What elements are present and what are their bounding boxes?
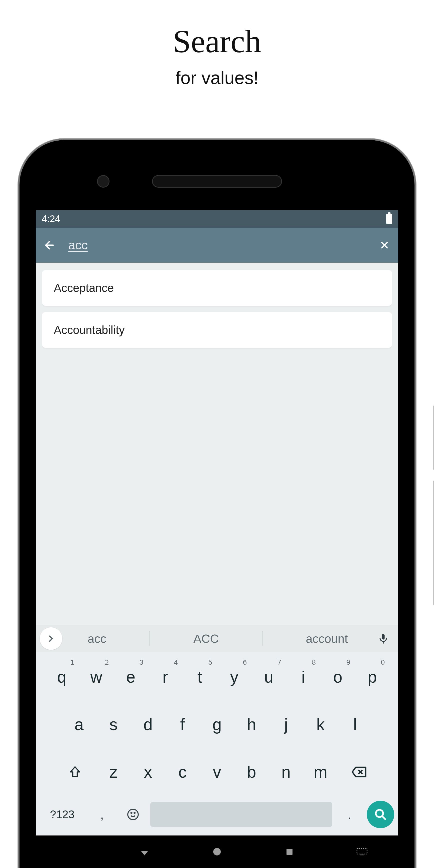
- nav-keyboard-switch-button[interactable]: [352, 842, 372, 862]
- key-c[interactable]: c: [167, 752, 199, 792]
- search-input[interactable]: acc: [68, 238, 366, 252]
- key-superscript: 8: [312, 658, 316, 666]
- android-nav-bar: [36, 835, 398, 868]
- status-bar: 4:24: [36, 210, 398, 228]
- key-i[interactable]: 8i: [287, 657, 319, 697]
- result-item[interactable]: Acceptance: [42, 270, 392, 306]
- backspace-key[interactable]: [339, 752, 379, 792]
- comma-key[interactable]: ,: [88, 800, 116, 830]
- key-j[interactable]: j: [270, 704, 302, 744]
- clear-search-button[interactable]: [376, 237, 393, 254]
- key-u[interactable]: 7u: [253, 657, 285, 697]
- search-query-text: acc: [68, 238, 88, 252]
- phone-frame: 4:24 acc AcceptanceAccountability accACC…: [20, 140, 414, 868]
- key-y[interactable]: 6y: [218, 657, 250, 697]
- key-superscript: 5: [208, 658, 212, 666]
- suggestion-item[interactable]: account: [298, 632, 355, 646]
- clock-label: 4:24: [42, 214, 60, 224]
- key-superscript: 6: [243, 658, 247, 666]
- keyboard-mode-button[interactable]: ?123: [40, 800, 85, 830]
- key-o[interactable]: 9o: [322, 657, 354, 697]
- key-e[interactable]: 3e: [115, 657, 147, 697]
- key-f[interactable]: f: [167, 704, 199, 744]
- search-key[interactable]: [367, 801, 394, 828]
- key-b[interactable]: b: [235, 752, 267, 792]
- nav-home-button[interactable]: [207, 842, 227, 862]
- battery-icon: [386, 214, 392, 224]
- key-superscript: 0: [381, 658, 385, 666]
- key-k[interactable]: k: [304, 704, 336, 744]
- key-x[interactable]: x: [132, 752, 164, 792]
- key-z[interactable]: z: [98, 752, 130, 792]
- key-l[interactable]: l: [339, 704, 371, 744]
- key-superscript: 4: [174, 658, 178, 666]
- key-superscript: 2: [105, 658, 109, 666]
- promo-title: Search: [0, 23, 434, 60]
- expand-suggestions-button[interactable]: [40, 627, 62, 650]
- screen: 4:24 acc AcceptanceAccountability accACC…: [36, 210, 398, 868]
- suggestion-item[interactable]: acc: [80, 632, 114, 646]
- key-p[interactable]: 0p: [356, 657, 388, 697]
- emoji-key[interactable]: [119, 800, 147, 830]
- svg-rect-12: [287, 849, 293, 855]
- key-d[interactable]: d: [132, 704, 164, 744]
- key-h[interactable]: h: [235, 704, 267, 744]
- suggestion-item[interactable]: ACC: [186, 632, 226, 646]
- key-superscript: 1: [70, 658, 74, 666]
- suggestion-separator: [149, 631, 150, 646]
- svg-point-8: [134, 812, 135, 813]
- space-key[interactable]: [150, 802, 332, 827]
- keyboard-suggestion-row: accACCaccount: [36, 625, 398, 652]
- svg-rect-13: [357, 848, 367, 854]
- back-button[interactable]: [41, 237, 58, 254]
- key-a[interactable]: a: [63, 704, 95, 744]
- key-t[interactable]: 5t: [184, 657, 216, 697]
- results-list: AcceptanceAccountability: [36, 262, 398, 625]
- key-w[interactable]: 2w: [80, 657, 112, 697]
- speaker-grill: [152, 175, 282, 188]
- key-superscript: 3: [139, 658, 143, 666]
- search-app-bar: acc: [36, 228, 398, 262]
- result-item[interactable]: Accountability: [42, 312, 392, 348]
- keyboard: 1q2w3e4r5t6y7u8i9o0p asdfghjkl zxcvbnm ?…: [36, 652, 398, 835]
- key-n[interactable]: n: [270, 752, 302, 792]
- nav-back-button[interactable]: [134, 842, 155, 862]
- key-superscript: 9: [346, 658, 350, 666]
- key-v[interactable]: v: [201, 752, 233, 792]
- period-key[interactable]: .: [336, 800, 363, 830]
- nav-recent-button[interactable]: [279, 842, 300, 862]
- key-g[interactable]: g: [201, 704, 233, 744]
- key-m[interactable]: m: [304, 752, 336, 792]
- suggestion-separator: [262, 631, 263, 646]
- svg-line-10: [382, 816, 385, 819]
- svg-point-7: [131, 812, 132, 813]
- key-q[interactable]: 1q: [46, 657, 78, 697]
- mic-button[interactable]: [373, 633, 393, 644]
- shift-key[interactable]: [55, 752, 95, 792]
- key-s[interactable]: s: [98, 704, 130, 744]
- key-r[interactable]: 4r: [149, 657, 181, 697]
- camera-icon: [97, 175, 109, 188]
- svg-point-11: [213, 848, 221, 856]
- promo-subtitle: for values!: [0, 67, 434, 88]
- key-superscript: 7: [277, 658, 281, 666]
- svg-point-6: [128, 809, 138, 820]
